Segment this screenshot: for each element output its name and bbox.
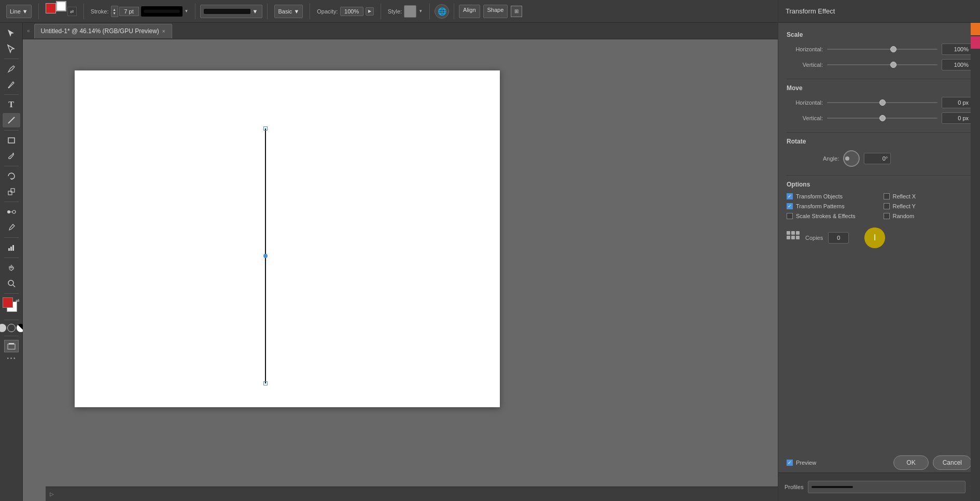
handle-bottom[interactable] bbox=[263, 381, 268, 385]
move-h-slider[interactable] bbox=[827, 102, 937, 103]
rotate-dial[interactable] bbox=[843, 150, 860, 167]
stroke-value[interactable]: 7 pt bbox=[119, 7, 139, 16]
swap-colors-btn[interactable]: ⇌ bbox=[67, 7, 77, 16]
artboard bbox=[75, 70, 500, 407]
more-tools-btn[interactable]: • • • bbox=[7, 355, 15, 361]
artboard-btn[interactable] bbox=[4, 340, 19, 352]
artboard-group bbox=[4, 340, 19, 352]
fill-color-swatch[interactable] bbox=[46, 3, 56, 13]
angle-value[interactable]: 0° bbox=[864, 153, 891, 164]
move-h-label: Horizontal: bbox=[787, 99, 823, 106]
scale-v-slider[interactable] bbox=[827, 64, 937, 65]
svg-line-11 bbox=[13, 285, 15, 287]
tab-close-btn[interactable]: × bbox=[162, 28, 165, 34]
copies-value[interactable]: 0 bbox=[828, 232, 849, 244]
handle-top[interactable] bbox=[263, 126, 268, 131]
scale-h-thumb[interactable] bbox=[890, 46, 897, 52]
stroke-up-btn[interactable]: ▲ ▼ bbox=[111, 6, 118, 17]
fg-color-swatch[interactable] bbox=[3, 297, 13, 308]
svg-rect-3 bbox=[11, 189, 15, 192]
tool-sep-2 bbox=[4, 94, 19, 95]
tool-sep-1 bbox=[4, 59, 19, 59]
profiles-label: Profiles bbox=[785, 484, 804, 490]
gradient-view-btn[interactable] bbox=[7, 324, 16, 332]
ok-button[interactable]: OK bbox=[893, 455, 928, 470]
style-label: Style: bbox=[388, 8, 402, 15]
rotate-dial-indicator bbox=[845, 156, 849, 161]
opacity-value[interactable]: 100% bbox=[340, 7, 363, 16]
move-v-thumb[interactable] bbox=[879, 115, 886, 121]
move-horizontal-row: Horizontal: 0 px bbox=[787, 97, 972, 108]
stroke-group: Stroke: ▲ ▼ 7 pt ▼ bbox=[89, 6, 191, 17]
tool-sep-9 bbox=[4, 320, 19, 320]
tab-scroll-left[interactable]: « bbox=[27, 28, 30, 34]
tool-type-dropdown[interactable]: Line ▼ bbox=[6, 5, 32, 18]
scale-h-slider[interactable] bbox=[827, 49, 937, 50]
move-v-value[interactable]: 0 px bbox=[942, 112, 972, 124]
align-icon-btn[interactable]: ⊞ bbox=[511, 6, 522, 17]
blend-tool[interactable] bbox=[3, 205, 20, 219]
reflect-y-row: Reflect Y bbox=[884, 203, 972, 209]
scale-v-thumb[interactable] bbox=[890, 62, 897, 68]
swap-fg-bg-icon[interactable]: ⇌ bbox=[16, 298, 20, 303]
scale-h-value[interactable]: 100% bbox=[942, 44, 972, 55]
stroke-type-dropdown[interactable]: ▼ bbox=[200, 5, 262, 18]
zoom-tool[interactable] bbox=[3, 276, 20, 291]
pencil-tool[interactable] bbox=[3, 77, 20, 92]
transform-patterns-checkbox[interactable] bbox=[787, 203, 793, 209]
profiles-dropdown[interactable] bbox=[808, 481, 965, 493]
stroke-dropdown-chevron[interactable]: ▼ bbox=[185, 9, 189, 13]
style-swatch[interactable] bbox=[404, 5, 416, 18]
svg-rect-12 bbox=[8, 344, 15, 349]
transform-objects-checkbox[interactable] bbox=[787, 193, 793, 199]
handle-mid[interactable] bbox=[263, 254, 268, 258]
reflect-y-checkbox[interactable] bbox=[884, 203, 890, 209]
random-checkbox[interactable] bbox=[884, 213, 890, 219]
angle-row: Angle: 0° bbox=[787, 150, 972, 167]
scale-vertical-row: Vertical: 100% bbox=[787, 59, 972, 70]
align-btn[interactable]: Align bbox=[459, 5, 480, 18]
color-strip-red[interactable] bbox=[971, 36, 980, 49]
opacity-expand-btn[interactable]: ▶ bbox=[366, 7, 374, 16]
brush-tool[interactable] bbox=[3, 149, 20, 163]
sep8 bbox=[454, 4, 454, 19]
cancel-button[interactable]: Cancel bbox=[933, 455, 972, 470]
fill-view-btn[interactable] bbox=[0, 324, 6, 332]
type-tool[interactable]: T bbox=[3, 97, 20, 112]
scale-tool[interactable] bbox=[3, 184, 20, 199]
color-strip-orange[interactable] bbox=[971, 23, 980, 35]
transform-patterns-label: Transform Patterns bbox=[796, 203, 845, 209]
panel-footer: Preview OK Cancel bbox=[778, 455, 980, 470]
eyedropper-tool[interactable] bbox=[3, 220, 20, 235]
rect-tool[interactable] bbox=[3, 133, 20, 148]
active-tab[interactable]: Untitled-1* @ 46.14% (RGB/GPU Preview) × bbox=[34, 24, 172, 38]
move-v-slider[interactable] bbox=[827, 118, 937, 119]
globe-btn[interactable]: 🌐 bbox=[435, 4, 449, 19]
stroke-color-swatch[interactable] bbox=[56, 1, 66, 11]
preview-checkbox[interactable] bbox=[787, 460, 793, 466]
shape-btn[interactable]: Shape bbox=[483, 5, 508, 18]
tool-sep-5 bbox=[4, 202, 19, 202]
options-grid: Transform Objects Reflect X Transform Pa… bbox=[787, 193, 972, 219]
hand-tool[interactable] bbox=[3, 261, 20, 275]
scale-strokes-checkbox[interactable] bbox=[787, 213, 793, 219]
selection-tool[interactable] bbox=[3, 26, 20, 40]
line-tool[interactable] bbox=[3, 113, 20, 127]
move-h-thumb[interactable] bbox=[879, 99, 886, 106]
tool-sep-7 bbox=[4, 257, 19, 258]
svg-rect-7 bbox=[8, 248, 10, 251]
move-h-value[interactable]: 0 px bbox=[942, 97, 972, 108]
sep5 bbox=[310, 4, 310, 19]
scale-v-value[interactable]: 100% bbox=[942, 59, 972, 70]
basic-dropdown[interactable]: Basic ▼ bbox=[274, 5, 303, 18]
fill-stroke-group: ⇌ bbox=[44, 3, 79, 20]
pen-tool[interactable] bbox=[3, 62, 20, 76]
copies-grid-icon bbox=[787, 231, 800, 245]
chart-tool[interactable] bbox=[3, 240, 20, 255]
direct-selection-tool[interactable] bbox=[3, 41, 20, 56]
rotate-tool[interactable] bbox=[3, 169, 20, 183]
tab-title: Untitled-1* @ 46.14% (RGB/GPU Preview) bbox=[41, 27, 159, 35]
gc2 bbox=[791, 231, 795, 235]
status-bar: ▷ bbox=[46, 486, 809, 501]
reflect-x-checkbox[interactable] bbox=[884, 193, 890, 199]
